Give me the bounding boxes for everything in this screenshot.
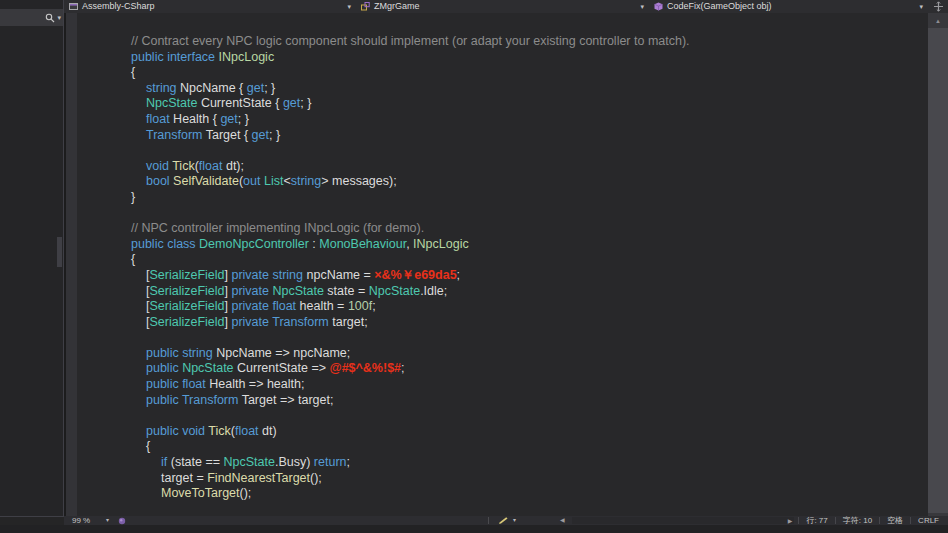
code-line: bool SelfValidate(out List<string> messa… <box>77 174 928 190</box>
code-line: NpcState CurrentState { get; } <box>77 96 928 112</box>
navigation-bar: Assembly-CSharp ▾ ZMgrGame ▾ CodeFix(Gam… <box>64 0 948 13</box>
purple-dot-icon <box>118 517 126 525</box>
scroll-up-button[interactable]: ▲ <box>928 13 948 28</box>
zoom-level-control[interactable]: 99 % <box>72 516 90 525</box>
spaces-mode-indicator[interactable]: 空格 <box>880 516 910 525</box>
hscroll-left-button[interactable]: ◀ <box>560 516 565 525</box>
project-dropdown[interactable]: Assembly-CSharp ▾ <box>64 0 356 13</box>
code-line: public void Tick(float dt) <box>77 424 928 440</box>
code-editor[interactable]: // Contract every NPC logic component sh… <box>64 13 948 516</box>
bottom-bar-divider <box>488 517 489 524</box>
project-dropdown-label: Assembly-CSharp <box>82 0 155 13</box>
member-dropdown-label: CodeFix(GameObject obj) <box>667 0 772 13</box>
search-icon <box>45 13 55 23</box>
type-dropdown-arrow-icon: ▾ <box>640 0 644 13</box>
code-line: public string NpcName => npcName; <box>77 346 928 362</box>
member-dropdown[interactable]: CodeFix(GameObject obj) ▾ <box>649 0 928 13</box>
project-dropdown-arrow-icon: ▾ <box>347 0 351 13</box>
window-bottom-strip <box>0 525 948 533</box>
code-line: { <box>77 252 928 268</box>
sidebar-search-box[interactable]: ▾ <box>0 9 63 26</box>
status-right-cluster: ▶ 行: 77 字符: 10 空格 CRLF <box>782 516 946 525</box>
code-lines[interactable]: // Contract every NPC logic component sh… <box>77 13 928 516</box>
code-line: if (state == NpcState.Busy) return; <box>77 455 928 471</box>
code-line: // Contract every NPC logic component sh… <box>77 34 928 50</box>
code-line: { <box>77 439 928 455</box>
bottom-left-corner <box>0 517 64 525</box>
editor-bottom-bar: 99 % ▾ ▾ ◀ ▶ 行: 77 字符: 10 空格 CR <box>64 516 948 525</box>
vertical-scrollbar[interactable]: ▲ <box>928 13 948 516</box>
type-dropdown[interactable]: ZMgrGame ▾ <box>356 0 649 13</box>
code-line: void Tick(float dt); <box>77 159 928 175</box>
class-icon <box>361 2 370 11</box>
pen-dropdown-arrow-icon[interactable]: ▾ <box>513 516 516 525</box>
code-line <box>77 408 928 424</box>
code-line: [SerializeField] private NpcState state … <box>77 284 928 300</box>
zoom-dropdown-arrow-icon[interactable]: ▾ <box>106 516 109 525</box>
method-cube-icon <box>654 2 663 11</box>
code-line: MoveToTarget(); <box>77 486 928 502</box>
window-split-handle[interactable] <box>928 0 948 13</box>
pen-icon <box>497 517 509 525</box>
code-line: [SerializeField] private Transform targe… <box>77 315 928 331</box>
search-dropdown-arrow-icon[interactable]: ▾ <box>57 14 61 22</box>
member-dropdown-arrow-icon: ▾ <box>919 0 923 13</box>
code-line: public float Health => health; <box>77 377 928 393</box>
sidebar-scrollbar-thumb[interactable] <box>57 237 62 267</box>
vs-editor-window: ▾ Assembly-CSharp ▾ ZMgrGame ▾ <box>0 0 948 533</box>
vertical-scrollbar-thumb[interactable] <box>928 28 948 513</box>
scroll-up-icon: ▲ <box>935 18 941 24</box>
code-line: Transform Target { get; } <box>77 128 928 144</box>
breakpoint-margin[interactable] <box>66 13 77 516</box>
code-line: // NPC controller implementing INpcLogic… <box>77 221 928 237</box>
char-position-indicator[interactable]: 字符: 10 <box>836 516 879 525</box>
code-line: } <box>77 190 928 206</box>
split-cross-icon <box>933 1 944 12</box>
code-line: [SerializeField] private string npcName … <box>77 268 928 284</box>
code-line: public interface INpcLogic <box>77 50 928 66</box>
code-line <box>77 330 928 346</box>
horizontal-scrollbar-track[interactable] <box>572 517 794 524</box>
code-line: float Health { get; } <box>77 112 928 128</box>
project-icon <box>69 2 78 11</box>
code-line: target = FindNearestTarget(); <box>77 471 928 487</box>
code-line <box>77 206 928 222</box>
code-line: [SerializeField] private float health = … <box>77 299 928 315</box>
code-line <box>77 143 928 159</box>
sidebar-panel: ▾ <box>0 0 64 517</box>
code-line: public Transform Target => target; <box>77 393 928 409</box>
code-line: public class DemoNpcController : MonoBeh… <box>77 237 928 253</box>
code-line: public NpcState CurrentState => @#$^&%!$… <box>77 361 928 377</box>
line-number-indicator[interactable]: 行: 77 <box>799 516 834 525</box>
line-ending-indicator[interactable]: CRLF <box>911 516 946 525</box>
hscroll-right-button[interactable]: ▶ <box>782 517 799 524</box>
code-line: { <box>77 65 928 81</box>
code-line: string NpcName { get; } <box>77 81 928 97</box>
type-dropdown-label: ZMgrGame <box>374 0 420 13</box>
